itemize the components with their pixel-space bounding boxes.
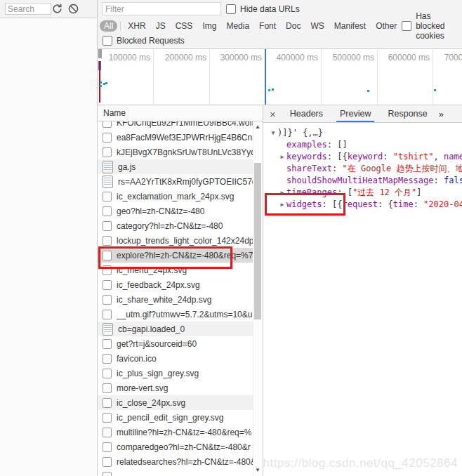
tab-headers[interactable]: Headers bbox=[286, 106, 326, 122]
table-row[interactable]: KFOlCnqEu92Fr1MmEU9fBBc4.woff2 bbox=[98, 121, 253, 130]
table-row[interactable]: ga.js bbox=[98, 159, 253, 174]
filter-chip-other[interactable]: Other bbox=[371, 20, 401, 32]
table-row[interactable]: relatedsearches?hl=zh-CN&tz=-480& bbox=[98, 454, 253, 469]
filter-chip-manifest[interactable]: Manifest bbox=[330, 20, 370, 32]
table-row[interactable]: category?hl=zh-CN&tz=-480 bbox=[98, 218, 253, 233]
clear-icon[interactable] bbox=[67, 3, 79, 15]
table-row[interactable]: explore?hl=zh-CN&tz=-480&req=%7 bbox=[98, 248, 253, 263]
timeline-selection-line bbox=[265, 49, 266, 105]
network-toolbar: Hide data URLs AllXHRJSCSSImgMediaFontDo… bbox=[98, 0, 462, 49]
filter-chip-img[interactable]: Img bbox=[198, 20, 220, 32]
table-row[interactable]: ea8FacM9Wef3EJPWRrHjgE4B6CnlZx. bbox=[98, 130, 253, 145]
request-name: lockup_trends_light_color_142x24dp.. bbox=[117, 236, 253, 246]
file-icon bbox=[103, 472, 112, 476]
token-string: "过去 12 个月" bbox=[352, 187, 416, 197]
token-prop: request bbox=[342, 199, 378, 209]
token-string: "在 Google 趋势上按时间、地点 bbox=[342, 164, 462, 173]
table-row[interactable]: ic_plus_sign_grey.svg bbox=[98, 366, 253, 381]
token-prop: keywords bbox=[286, 152, 327, 161]
timeline-tick-label: 500000 ms bbox=[333, 53, 374, 62]
tab-response[interactable]: Response bbox=[384, 106, 430, 122]
request-name: multiline?hl=zh-CN&tz=-480&req=% bbox=[117, 428, 251, 437]
scrollbar-thumb[interactable] bbox=[254, 163, 261, 319]
table-row[interactable]: rs=AA2YrTtK8xRmj0fyGPTOEIIC57ejY. bbox=[98, 174, 253, 189]
preview-tree-line[interactable]: ▶keywords: [{keyword: "tshirt", name: " bbox=[263, 151, 462, 163]
request-dot bbox=[367, 90, 369, 92]
filter-chip-css[interactable]: CSS bbox=[171, 20, 197, 32]
timeline-gridline bbox=[153, 49, 154, 105]
table-row[interactable]: ic_menu_24px.svg bbox=[98, 263, 253, 277]
table-row[interactable]: lockup_trends_light_color_142x24dp.. bbox=[98, 233, 253, 248]
timeline-tick-label: 100000 ms bbox=[109, 53, 150, 62]
table-row[interactable]: cb=gapi.loaded_0 bbox=[98, 322, 253, 336]
request-name: ic_pencil_edit_sign_grey.svg bbox=[117, 413, 224, 423]
preview-tree-line[interactable]: ▶widgets: [{request: {time: "2020-04-19 bbox=[263, 199, 462, 211]
close-icon[interactable]: × bbox=[270, 109, 276, 119]
blocked-requests-checkbox[interactable] bbox=[103, 36, 112, 46]
token-plain: : bbox=[332, 164, 342, 173]
filter-chip-font[interactable]: Font bbox=[255, 20, 280, 32]
more-tabs-icon[interactable]: » bbox=[439, 109, 444, 119]
request-dot bbox=[268, 89, 270, 91]
script-file-icon bbox=[103, 323, 113, 336]
table-row[interactable]: __utm.gif?utmwv=5.7.2&utms=10&u bbox=[98, 307, 253, 322]
table-row[interactable]: geo?hl=zh-CN&tz=-480 bbox=[98, 204, 253, 218]
expanded-arrow-icon[interactable]: ▼ bbox=[269, 127, 277, 139]
table-row[interactable]: kJEjBvgX7BgnkSrUwT8UnLVc38Yydej. bbox=[98, 145, 253, 159]
table-row[interactable]: get?rt=j&sourceid=60 bbox=[98, 336, 253, 351]
filter-chip-js[interactable]: JS bbox=[152, 20, 170, 32]
timeline-overview[interactable]: 100000 ms200000 ms300000 ms400000 ms5000… bbox=[98, 49, 462, 105]
collapsed-arrow-icon[interactable]: ▶ bbox=[278, 187, 286, 199]
timeline-gridline bbox=[377, 49, 378, 105]
search-input[interactable] bbox=[5, 3, 51, 15]
preview-tree-line[interactable]: ▶timeRanges: ["过去 12 个月"] bbox=[263, 187, 462, 199]
file-icon bbox=[103, 206, 112, 216]
filter-chip-xhr[interactable]: XHR bbox=[124, 20, 150, 32]
request-name: cb=gapi.loaded_0 bbox=[118, 324, 185, 334]
table-row[interactable]: ic_pencil_edit_sign_grey.svg bbox=[98, 410, 253, 425]
filter-chip-media[interactable]: Media bbox=[222, 20, 253, 32]
filter-chip-all[interactable]: All bbox=[100, 20, 117, 32]
has-blocked-cookies-checkbox[interactable] bbox=[402, 21, 411, 31]
table-row[interactable]: ic_exclamation_mark_24px.svg bbox=[98, 189, 253, 204]
token-plain: : bbox=[434, 176, 444, 185]
request-dot bbox=[100, 81, 102, 84]
requests-table: Name KFOlCnqEu92Fr1MmEU9fBBc4.woff2ea8Fa… bbox=[98, 105, 263, 476]
request-name: rs=AA2YrTtK8xRmj0fyGPTOEIIC57ejY. bbox=[118, 177, 253, 187]
preview-tree-line[interactable]: ▼)]}' {,…} bbox=[263, 127, 462, 139]
timeline-tick-label: 700000 ms bbox=[444, 53, 462, 62]
request-dot bbox=[100, 85, 102, 87]
collapsed-arrow-icon[interactable]: ▶ bbox=[278, 199, 286, 211]
table-row[interactable]: more-vert.svg bbox=[98, 381, 253, 395]
table-row[interactable]: ic_close_24px.svg bbox=[98, 395, 253, 410]
collapsed-arrow-icon[interactable]: ▶ bbox=[278, 151, 286, 163]
table-row[interactable]: ic_share_white_24dp.svg bbox=[98, 292, 253, 307]
filter-chip-doc[interactable]: Doc bbox=[282, 20, 305, 32]
token-string: "tshirt" bbox=[393, 152, 434, 161]
hide-data-urls-option: Hide data URLs bbox=[226, 4, 300, 14]
chip-divider bbox=[120, 21, 121, 30]
blocked-requests-label: Blocked Requests bbox=[117, 36, 185, 46]
request-name: kJEjBvgX7BgnkSrUwT8UnLVc38Yydej. bbox=[117, 147, 253, 157]
table-row[interactable]: favicon.ico bbox=[98, 351, 253, 366]
vertical-scrollbar[interactable]: ▲ ▼ bbox=[253, 121, 262, 476]
table-row[interactable]: ic_feedback_24px.svg bbox=[98, 277, 253, 292]
table-row[interactable] bbox=[98, 469, 253, 476]
scroll-up-arrow[interactable]: ▲ bbox=[253, 124, 262, 131]
token-prop: timeRanges bbox=[286, 187, 337, 197]
table-row[interactable]: multiline?hl=zh-CN&tz=-480&req=% bbox=[98, 425, 253, 439]
filter-input[interactable] bbox=[102, 2, 221, 15]
filter-chip-ws[interactable]: WS bbox=[306, 20, 328, 32]
name-column-header[interactable]: Name bbox=[98, 105, 263, 121]
scroll-down-arrow[interactable]: ▼ bbox=[253, 467, 262, 474]
refresh-icon[interactable] bbox=[51, 3, 63, 15]
hide-data-urls-label: Hide data URLs bbox=[240, 4, 300, 14]
hide-data-urls-checkbox[interactable] bbox=[226, 4, 236, 14]
request-name: __utm.gif?utmwv=5.7.2&utms=10&u bbox=[117, 310, 252, 319]
token-plain: : { bbox=[378, 199, 393, 209]
request-name: ic_feedback_24px.svg bbox=[117, 280, 200, 290]
request-name: ea8FacM9Wef3EJPWRrHjgE4B6CnlZx. bbox=[117, 133, 253, 143]
token-prop: examples bbox=[286, 140, 327, 150]
tab-preview[interactable]: Preview bbox=[336, 106, 374, 122]
table-row[interactable]: comparedgeo?hl=zh-CN&tz=-480&r bbox=[98, 439, 253, 454]
